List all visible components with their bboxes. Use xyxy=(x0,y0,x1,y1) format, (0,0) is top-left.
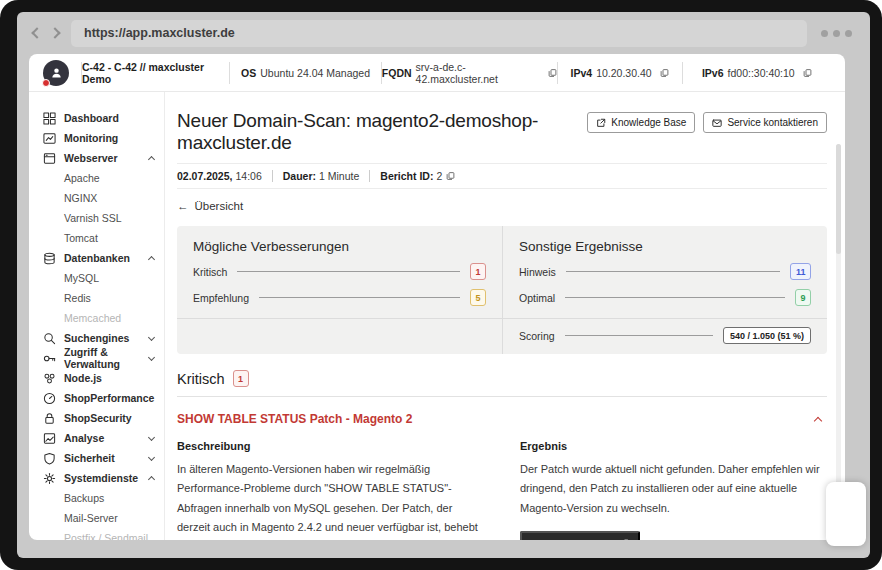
sidebar-item-datenbanken[interactable]: Datenbanken xyxy=(43,248,154,268)
ipv4-value: 10.20.30.40 xyxy=(596,67,651,79)
browser-menu-icon[interactable] xyxy=(815,30,858,37)
browser-forward-icon[interactable] xyxy=(49,27,60,38)
sidebar-sublabel: Apache xyxy=(64,172,100,184)
sidebar-item-apache[interactable]: Apache xyxy=(43,168,154,188)
empfehlung-count-badge: 5 xyxy=(470,289,486,306)
finding-result-column: Ergebnis Der Patch wurde aktuell nicht g… xyxy=(520,440,827,540)
sidebar-label: Dashboard xyxy=(64,112,119,124)
os-cell: OS Ubuntu 24.04 Managed xyxy=(229,62,380,84)
report-id-value: 2 xyxy=(436,170,442,182)
sidebar-sublabel: MySQL xyxy=(64,272,99,284)
sidebar-item-webserver[interactable]: Webserver xyxy=(43,148,154,168)
result-text: Der Patch wurde aktuell nicht gefunden. … xyxy=(520,460,827,518)
external-link-icon xyxy=(596,118,606,128)
browser-chrome: https://app.maxcluster.de xyxy=(17,12,870,54)
row-label: Hinweis xyxy=(519,266,556,278)
back-arrow-icon: ← xyxy=(177,200,189,212)
app-card: C-42 - C-42 // maxcluster Demo OS Ubuntu… xyxy=(29,54,845,540)
sidebar-label: ShopPerformance xyxy=(64,392,154,404)
sidebar-label: Zugriff & Verwaltung xyxy=(64,346,141,370)
row-label: Optimal xyxy=(519,292,555,304)
sidebar-item-sicherheit[interactable]: Sicherheit xyxy=(43,448,154,468)
back-to-overview-link[interactable]: ← Übersicht xyxy=(177,200,243,212)
kritisch-count-badge: 1 xyxy=(470,263,486,280)
copy-ipv6-icon[interactable] xyxy=(803,68,812,78)
sidebar-item-shopperformance[interactable]: ShopPerformance xyxy=(43,388,154,408)
scrollbar-thumb[interactable] xyxy=(836,144,841,254)
copy-ipv4-icon[interactable] xyxy=(660,68,669,78)
content-scrollbar[interactable] xyxy=(836,144,841,532)
description-heading: Beschreibung xyxy=(177,440,484,452)
sidebar-sublabel: NGINX xyxy=(64,192,97,204)
row-label: Empfehlung xyxy=(193,292,249,304)
speedometer-icon xyxy=(43,392,56,405)
chart-image-icon xyxy=(43,432,56,445)
dashboard-icon xyxy=(43,112,56,125)
sidebar-sublabel: Tomcat xyxy=(64,232,98,244)
sidebar-sublabel: Postfix / Sendmail xyxy=(64,532,148,540)
sidebar-item-varnish-ssl[interactable]: Varnish SSL xyxy=(43,208,154,228)
sidebar-item-zugriff-verwaltung[interactable]: Zugriff & Verwaltung xyxy=(43,348,154,368)
sidebar-item-postfix-sendmail[interactable]: Postfix / Sendmail xyxy=(43,528,154,540)
scan-date: 02.07.2025, xyxy=(177,170,232,182)
sidebar-item-analyse[interactable]: Analyse xyxy=(43,428,154,448)
server-name: C-42 - C-42 // maxcluster Demo xyxy=(82,61,229,85)
results-title: Sonstige Ergebnisse xyxy=(519,239,811,254)
result-heading: Ergebnis xyxy=(520,440,827,452)
section-kritisch-heading: Kritisch 1 xyxy=(177,370,827,387)
chevron-up-icon xyxy=(814,417,822,425)
sidebar-item-redis[interactable]: Redis xyxy=(43,288,154,308)
monitoring-icon xyxy=(43,132,56,145)
section-kritisch-badge: 1 xyxy=(233,370,249,387)
ipv6-value: fd00::30:40:10 xyxy=(728,67,795,79)
floating-widget[interactable] xyxy=(826,482,866,546)
external-link-icon xyxy=(620,539,629,540)
fqdn-cell: FQDN srv-a-de.c-42.maxcluster.net xyxy=(381,62,557,84)
ipv4-label: IPv4 xyxy=(571,67,593,79)
user-avatar[interactable] xyxy=(43,60,69,86)
person-icon xyxy=(50,66,63,79)
service-contact-button[interactable]: Service kontaktieren xyxy=(703,112,827,133)
sidebar-item-backups[interactable]: Backups xyxy=(43,488,154,508)
envelope-icon xyxy=(712,118,722,128)
ipv4-cell: IPv4 10.20.30.40 xyxy=(557,62,682,84)
sidebar-item-mysql[interactable]: MySQL xyxy=(43,268,154,288)
summary-row-kritisch: Kritisch 1 xyxy=(193,263,486,280)
sidebar-item-systemdienste[interactable]: Systemdienste xyxy=(43,468,154,488)
sidebar-label: Systemdienste xyxy=(64,472,138,484)
ipv6-label: IPv6 xyxy=(702,67,724,79)
report-id-label: Bericht ID: xyxy=(380,170,433,182)
url-text: https://app.maxcluster.de xyxy=(84,26,235,40)
button-label: Knowledge Base xyxy=(611,117,686,128)
finding-description-column: Beschreibung In älteren Magento-Versione… xyxy=(177,440,484,540)
sidebar-item-monitoring[interactable]: Monitoring xyxy=(43,128,154,148)
row-label: Kritisch xyxy=(193,266,227,278)
database-icon xyxy=(43,252,56,265)
fqdn-label: FQDN xyxy=(382,67,412,79)
sidebar-item-nginx[interactable]: NGINX xyxy=(43,188,154,208)
sidebar-item-nodejs[interactable]: Node.js xyxy=(43,368,154,388)
sidebar-sublabel: Memcached xyxy=(64,312,121,324)
browser-back-icon[interactable] xyxy=(31,27,42,38)
summary-row-scoring: Scoring 540 / 1.050 (51 %) xyxy=(519,327,811,344)
gear-icon xyxy=(43,472,56,485)
page-title: Neuer Domain-Scan: magento2-demoshop-max… xyxy=(177,110,587,154)
chevron-up-icon xyxy=(148,475,155,482)
problem-fix-button[interactable]: Problembehebung xyxy=(520,531,640,540)
sidebar-item-mail-server[interactable]: Mail-Server xyxy=(43,508,154,528)
improvements-column: Mögliche Verbesserungen Kritisch 1 Empfe… xyxy=(177,226,502,318)
summary-row-optimal: Optimal 9 xyxy=(519,289,811,306)
copy-report-id-icon[interactable] xyxy=(446,171,455,181)
url-bar[interactable]: https://app.maxcluster.de xyxy=(71,20,807,47)
notification-dot xyxy=(42,79,50,87)
knowledge-base-button[interactable]: Knowledge Base xyxy=(587,112,695,133)
finding-accordion-header[interactable]: SHOW TABLE STATUS Patch - Magento 2 xyxy=(177,412,827,426)
sidebar-item-suchengines[interactable]: Suchengines xyxy=(43,328,154,348)
sidebar-item-dashboard[interactable]: Dashboard xyxy=(43,108,154,128)
copy-fqdn-icon[interactable] xyxy=(548,68,557,78)
sidebar-item-memcached[interactable]: Memcached xyxy=(43,308,154,328)
lock-icon xyxy=(43,412,56,425)
finding-title: SHOW TABLE STATUS Patch - Magento 2 xyxy=(177,412,412,426)
sidebar-item-shopsecurity[interactable]: ShopSecurity xyxy=(43,408,154,428)
sidebar-item-tomcat[interactable]: Tomcat xyxy=(43,228,154,248)
